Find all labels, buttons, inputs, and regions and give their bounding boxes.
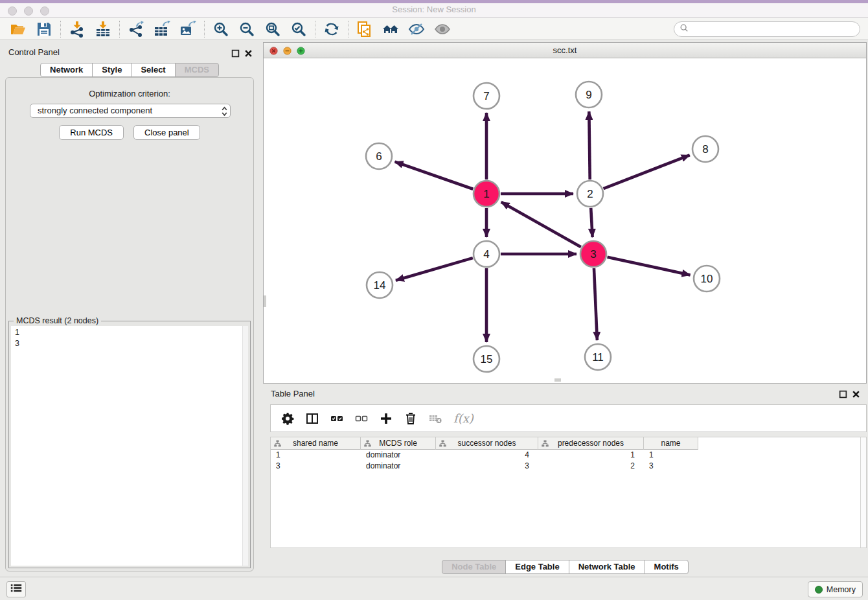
close-panel-icon[interactable] bbox=[244, 49, 253, 57]
edge-4-14[interactable] bbox=[396, 258, 473, 281]
node-9[interactable]: 9 bbox=[576, 82, 602, 108]
tab-network-table[interactable]: Network Table bbox=[569, 560, 645, 574]
column-header-successor-nodes[interactable]: successor nodes bbox=[436, 437, 538, 450]
table-scrollbar[interactable] bbox=[860, 437, 866, 548]
dropdown-value: strongly connected component bbox=[38, 106, 152, 115]
table-cell[interactable]: 1 bbox=[271, 450, 361, 461]
tab-mcds[interactable]: MCDS bbox=[175, 63, 219, 77]
search-icon bbox=[680, 23, 689, 35]
run-mcds-button[interactable]: Run MCDS bbox=[59, 125, 124, 140]
column-header-predecessor-nodes[interactable]: predecessor nodes bbox=[538, 437, 644, 450]
memory-status-icon bbox=[815, 586, 823, 594]
table-cell[interactable]: dominator bbox=[361, 461, 436, 472]
task-history-button[interactable] bbox=[6, 581, 26, 597]
attribute-icon bbox=[274, 440, 281, 447]
table-cell[interactable]: 3 bbox=[436, 461, 538, 472]
tab-edge-table[interactable]: Edge Table bbox=[505, 560, 569, 574]
close-panel-button[interactable]: Close panel bbox=[133, 125, 200, 140]
tab-network[interactable]: Network bbox=[40, 63, 93, 77]
zoom-selected-icon[interactable] bbox=[286, 19, 312, 39]
zoom-in-icon[interactable] bbox=[208, 19, 234, 39]
node-3[interactable]: 3 bbox=[580, 241, 606, 267]
network-view-window: scc.txt 7968124314101511 bbox=[263, 42, 867, 384]
memory-button[interactable]: Memory bbox=[808, 581, 863, 597]
attribute-icon bbox=[439, 440, 446, 447]
show-details-icon[interactable] bbox=[429, 19, 455, 39]
node-2[interactable]: 2 bbox=[577, 181, 603, 207]
edge-3-11[interactable] bbox=[594, 268, 597, 340]
edge-1-6[interactable] bbox=[395, 162, 474, 189]
edge-2-9[interactable] bbox=[589, 111, 589, 179]
node-4[interactable]: 4 bbox=[474, 241, 499, 267]
window-title: Session: New Session bbox=[0, 5, 868, 14]
canvas-hscroll-thumb[interactable] bbox=[554, 378, 561, 382]
result-scrollbar[interactable] bbox=[242, 326, 248, 566]
unselect-all-icon[interactable] bbox=[355, 412, 368, 425]
zoom-out-icon[interactable] bbox=[234, 19, 260, 39]
table-row[interactable]: 3dominator323 bbox=[271, 461, 866, 472]
table-cell[interactable]: 1 bbox=[538, 450, 644, 461]
table-cell[interactable]: 3 bbox=[271, 461, 361, 472]
network-window-titlebar[interactable]: scc.txt bbox=[264, 43, 866, 58]
hide-details-icon[interactable] bbox=[404, 19, 429, 39]
delete-table-icon[interactable] bbox=[429, 412, 442, 425]
node-8[interactable]: 8 bbox=[692, 136, 718, 162]
save-session-icon[interactable] bbox=[31, 19, 57, 39]
table-cell[interactable]: 4 bbox=[436, 450, 538, 461]
network-canvas[interactable]: 7968124314101511 bbox=[264, 59, 866, 383]
node-10[interactable]: 10 bbox=[694, 266, 720, 292]
function-builder-icon[interactable]: f(x) bbox=[453, 411, 474, 425]
export-network-icon[interactable] bbox=[123, 19, 149, 39]
column-header-name[interactable]: name bbox=[644, 437, 698, 450]
node-15[interactable]: 15 bbox=[474, 346, 499, 372]
select-all-icon[interactable] bbox=[330, 412, 343, 425]
table-options-icon[interactable] bbox=[281, 412, 294, 425]
close-table-panel-icon[interactable] bbox=[852, 389, 860, 398]
zoom-fit-icon[interactable] bbox=[260, 19, 286, 39]
table-row[interactable]: 1dominator411 bbox=[271, 450, 866, 461]
export-image-icon[interactable] bbox=[175, 19, 201, 39]
column-view-icon[interactable] bbox=[306, 412, 319, 425]
add-column-icon[interactable] bbox=[380, 412, 393, 425]
tab-motifs[interactable]: Motifs bbox=[645, 560, 689, 574]
copy-network-icon[interactable] bbox=[352, 19, 378, 39]
edge-2-8[interactable] bbox=[604, 155, 690, 189]
import-network-icon[interactable] bbox=[64, 19, 90, 39]
canvas-vscroll-thumb[interactable] bbox=[264, 295, 266, 307]
tab-style[interactable]: Style bbox=[92, 63, 131, 77]
svg-text:14: 14 bbox=[374, 279, 386, 292]
control-panel-title: Control Panel bbox=[8, 47, 60, 57]
application-window: Session: New Session Control Panel Netwo… bbox=[0, 0, 868, 600]
open-session-icon[interactable] bbox=[5, 19, 31, 39]
table-cell[interactable]: 3 bbox=[644, 461, 698, 472]
search-box[interactable] bbox=[674, 21, 860, 37]
svg-text:10: 10 bbox=[701, 273, 713, 285]
node-7[interactable]: 7 bbox=[474, 83, 499, 109]
refresh-icon[interactable] bbox=[319, 19, 345, 39]
tab-node-table[interactable]: Node Table bbox=[442, 560, 506, 574]
table-cell[interactable]: 2 bbox=[538, 461, 644, 472]
edge-2-3[interactable] bbox=[591, 208, 592, 237]
delete-column-icon[interactable] bbox=[404, 412, 417, 425]
node-1[interactable]: 1 bbox=[474, 181, 499, 207]
edge-3-10[interactable] bbox=[607, 257, 690, 275]
column-header-shared-name[interactable]: shared name bbox=[271, 437, 361, 450]
node-6[interactable]: 6 bbox=[366, 143, 392, 169]
export-table-icon[interactable] bbox=[149, 19, 175, 39]
float-table-panel-icon[interactable] bbox=[839, 389, 847, 398]
table-cell[interactable]: 1 bbox=[644, 450, 698, 461]
optimization-criterion-dropdown[interactable]: strongly connected component bbox=[30, 104, 231, 118]
mcds-result-list[interactable]: 1 3 bbox=[11, 326, 248, 566]
node-14[interactable]: 14 bbox=[367, 272, 393, 298]
node-11[interactable]: 11 bbox=[585, 344, 611, 370]
apply-layout-icon[interactable] bbox=[378, 19, 404, 39]
table-cell[interactable]: dominator bbox=[361, 450, 436, 461]
float-panel-icon[interactable] bbox=[231, 49, 240, 57]
edge-3-1[interactable] bbox=[501, 202, 581, 247]
import-table-icon[interactable] bbox=[90, 19, 116, 39]
mcds-panel: Optimization criterion: strongly connect… bbox=[5, 77, 254, 571]
search-input[interactable] bbox=[692, 25, 854, 34]
tab-select[interactable]: Select bbox=[131, 63, 175, 77]
column-header-mcds-role[interactable]: MCDS role bbox=[361, 437, 436, 450]
attribute-icon bbox=[364, 440, 371, 447]
